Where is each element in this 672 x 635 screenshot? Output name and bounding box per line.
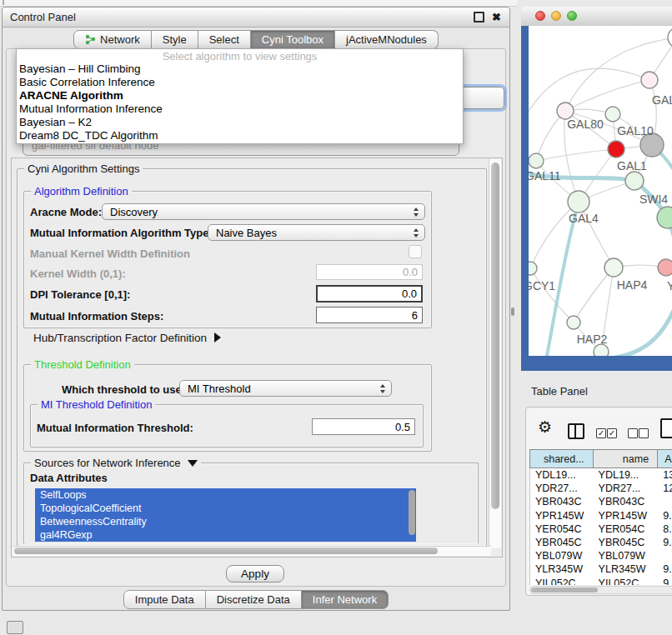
- checkbox-checked-icon[interactable]: ✓: [607, 428, 617, 438]
- attribute-item[interactable]: gal4RGexp: [35, 528, 416, 542]
- mi-steps-field[interactable]: 6: [316, 307, 423, 323]
- mi-type-select[interactable]: Naive Bayes: [208, 224, 425, 241]
- checkbox-unchecked-icon[interactable]: [628, 428, 638, 438]
- kernel-width-label: Kernel Width (0,1):: [30, 268, 126, 280]
- tab-cyni-toolbox[interactable]: Cyni Toolbox: [251, 30, 335, 49]
- label-hap2: HAP2: [577, 332, 608, 346]
- mi-threshold-label: Mutual Information Threshold:: [37, 422, 193, 434]
- node-partial-top[interactable]: [668, 28, 672, 48]
- node-y-partial[interactable]: [658, 259, 672, 276]
- manual-kernel-checkbox[interactable]: [409, 245, 422, 258]
- control-panel-title: Control Panel: [3, 11, 76, 23]
- node-gal4[interactable]: [568, 191, 589, 212]
- algorithm-option[interactable]: Dream8 DC_TDC Algorithm: [17, 129, 463, 142]
- node-gcy1[interactable]: [529, 262, 537, 275]
- table-row[interactable]: YBL079W YBL079W: [530, 549, 672, 562]
- table-panel: ⚙ ✓ ✓ shared... name A YDL19... YDL19...…: [525, 407, 672, 596]
- table-row[interactable]: YBR043C YBR043C: [530, 495, 672, 508]
- table-row[interactable]: YLR345W YLR345W 9.: [530, 562, 672, 576]
- checkbox-checked-icon[interactable]: ✓: [596, 428, 606, 438]
- list-scrollbar[interactable]: [409, 490, 415, 535]
- mi-threshold-legend: MI Threshold Definition: [38, 398, 155, 411]
- table-row[interactable]: YDR27... YDR27... 12: [530, 482, 672, 495]
- minimized-panel-stub[interactable]: [7, 621, 23, 634]
- tab-style[interactable]: Style: [152, 30, 198, 49]
- node-hap2[interactable]: [567, 316, 580, 329]
- table-row[interactable]: YDL19... YDL19... 13: [530, 468, 672, 482]
- tab-discretize-data[interactable]: Discretize Data: [206, 590, 302, 609]
- table-row[interactable]: YBR045C YBR045C 9.: [530, 536, 672, 549]
- table-scroll-thumb[interactable]: [531, 588, 598, 592]
- attribute-item[interactable]: BetweennessCentrality: [35, 515, 416, 528]
- checkbox-unchecked-icon[interactable]: [639, 428, 649, 438]
- node-hap4[interactable]: [604, 258, 623, 277]
- expand-arrow-icon[interactable]: [214, 332, 221, 342]
- table-header-row: shared... name A: [529, 449, 672, 468]
- cyni-bottom-tabbar: Impute Data Discretize Data Infer Networ…: [3, 590, 509, 608]
- algorithm-option-selected[interactable]: ARACNE Algorithm: [17, 89, 463, 102]
- attribute-item[interactable]: TopologicalCoefficient: [35, 502, 416, 515]
- inference-algorithm-combobox[interactable]: [461, 87, 504, 109]
- split-pane-grip[interactable]: [511, 308, 514, 316]
- column-header-name[interactable]: name: [594, 450, 659, 468]
- settings-horizontal-scrollbar[interactable]: [13, 546, 491, 556]
- gear-icon[interactable]: ⚙: [538, 419, 552, 435]
- settings-vertical-scrollbar[interactable]: [489, 159, 501, 548]
- algorithm-option[interactable]: Basic Correlation Inference: [17, 76, 463, 89]
- algorithm-option[interactable]: Bayesian – K2: [17, 116, 463, 129]
- algorithm-definition-legend: Algorithm Definition: [31, 185, 132, 198]
- algorithm-option[interactable]: Bayesian – Hill Climbing: [17, 62, 463, 76]
- table-horizontal-scrollbar[interactable]: [529, 586, 672, 594]
- data-attributes-list[interactable]: SelfLoops TopologicalCoefficient Between…: [35, 488, 416, 542]
- columns-icon[interactable]: [568, 423, 584, 439]
- import-table-icon[interactable]: [660, 418, 672, 438]
- float-window-icon[interactable]: [474, 12, 484, 22]
- table-body[interactable]: YDL19... YDL19... 13 YDR27... YDR27... 1…: [529, 468, 672, 585]
- aracne-mode-select[interactable]: Discovery: [102, 203, 425, 220]
- kernel-width-field[interactable]: 0.0: [316, 264, 423, 280]
- label-gal10: GAL10: [617, 124, 654, 138]
- zoom-window-button[interactable]: [567, 11, 577, 21]
- horizontal-scroll-thumb[interactable]: [14, 548, 438, 554]
- column-header-shared-name[interactable]: shared...: [530, 450, 594, 468]
- node-gal80[interactable]: [557, 102, 574, 119]
- tab-jactivemnodules[interactable]: jActiveMNodules: [335, 30, 439, 49]
- collapse-arrow-icon[interactable]: [188, 460, 198, 467]
- network-canvas[interactable]: GAL80 GAL10 GAL1 GAL11 SWI4 GAL4 GCY1 HA…: [529, 26, 672, 356]
- node-gal-partial[interactable]: [641, 72, 658, 88]
- algorithm-option[interactable]: Mutual Information Inference: [17, 102, 463, 116]
- node-partial-bottom[interactable]: [594, 344, 609, 356]
- close-window-button[interactable]: [535, 11, 545, 21]
- table-row[interactable]: YER054C YER054C 8.: [530, 522, 672, 536]
- label-swi4: SWI4: [639, 192, 668, 206]
- mi-type-value: Naive Bayes: [208, 227, 277, 239]
- aracne-mode-value: Discovery: [103, 206, 158, 218]
- which-threshold-value: MI Threshold: [180, 382, 251, 395]
- attribute-item[interactable]: SelfLoops: [35, 488, 416, 502]
- node-gal10[interactable]: [605, 107, 620, 122]
- node-gal11[interactable]: [529, 153, 544, 168]
- which-threshold-select[interactable]: MI Threshold: [179, 380, 392, 397]
- tab-infer-network[interactable]: Infer Network: [302, 590, 389, 609]
- network-window-titlebar[interactable]: [521, 7, 672, 27]
- vertical-scroll-thumb[interactable]: [491, 162, 499, 509]
- column-header-partial[interactable]: A: [658, 450, 672, 468]
- mi-steps-label: Mutual Information Steps:: [30, 310, 163, 322]
- dpi-tolerance-field[interactable]: 0.0: [316, 285, 423, 302]
- table-row[interactable]: YPR145W YPR145W 9.: [530, 509, 672, 522]
- tab-network[interactable]: Network: [73, 30, 152, 49]
- apply-button[interactable]: Apply: [226, 565, 284, 582]
- dpi-tolerance-label: DPI Tolerance [0,1]:: [30, 288, 130, 301]
- node-swi4[interactable]: [625, 172, 644, 190]
- top-divider: [0, 0, 517, 7]
- table-row[interactable]: YIL052C YIL052C 9: [530, 577, 672, 586]
- minimize-window-button[interactable]: [551, 11, 561, 21]
- mi-threshold-field[interactable]: 0.5: [312, 418, 415, 435]
- tab-select[interactable]: Select: [198, 30, 251, 49]
- tab-impute-data[interactable]: Impute Data: [123, 590, 206, 609]
- node-green-bright[interactable]: [657, 207, 672, 228]
- node-red-gal1[interactable]: [608, 141, 624, 158]
- mi-type-label: Mutual Information Algorithm Type:: [30, 227, 213, 239]
- network-icon: [85, 34, 96, 45]
- close-panel-icon[interactable]: ✖: [492, 13, 501, 22]
